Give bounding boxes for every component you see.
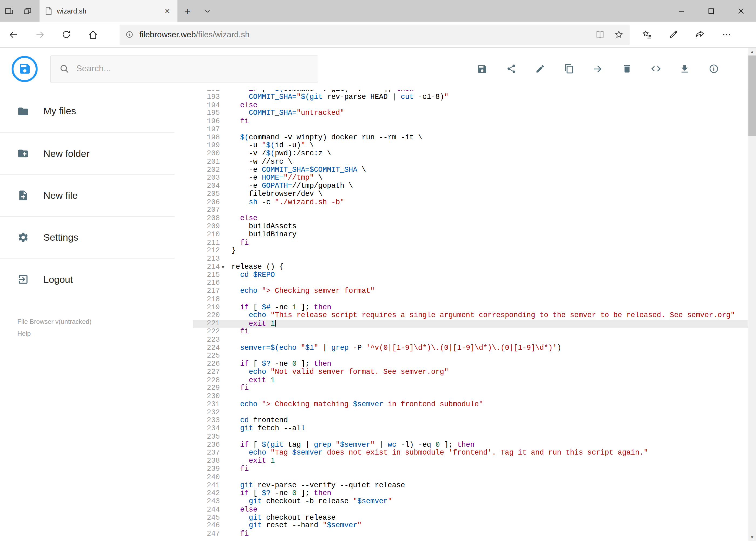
code-text[interactable]: fi [231, 530, 748, 538]
site-info-icon[interactable] [125, 31, 133, 39]
new-tab-button[interactable]: + [177, 0, 197, 22]
code-line[interactable]: 215 cd $REPO [193, 271, 748, 279]
code-line[interactable]: 242 if [ $? -ne 0 ]; then [193, 490, 748, 498]
rename-button[interactable] [526, 64, 554, 74]
code-line[interactable]: 200 -v /$(pwd):/src:z \ [193, 150, 748, 158]
home-button[interactable] [80, 29, 106, 40]
raw-code-button[interactable] [641, 63, 670, 74]
code-line[interactable]: 244 else [193, 506, 748, 514]
code-line[interactable]: 219 if [ $# -ne 1 ]; then [193, 304, 748, 312]
code-text[interactable] [231, 279, 748, 287]
favorite-star-icon[interactable] [614, 29, 624, 40]
code-text[interactable]: } [231, 247, 748, 255]
code-line[interactable]: 198 $(command -v winpty) docker run --rm… [193, 134, 748, 142]
tab-wizard-sh[interactable]: wizard.sh ✕ [39, 0, 177, 22]
code-text[interactable]: git checkout -b release "$semver" [231, 498, 748, 506]
code-text[interactable]: semver=$(echo "$1" | grep -P '^v(0|[1-9]… [231, 344, 748, 352]
code-line[interactable]: 227 echo "Not valid semver format. See s… [193, 368, 748, 376]
code-line[interactable]: 226 if [ $? -ne 0 ]; then [193, 360, 748, 368]
code-line[interactable]: 210 buildBinary [193, 231, 748, 239]
code-line[interactable]: 240 [193, 474, 748, 482]
code-line[interactable]: 216 [193, 279, 748, 287]
code-text[interactable]: else [231, 102, 748, 110]
code-text[interactable]: echo "Tag $semver does not exist in subm… [231, 449, 748, 457]
code-line[interactable]: 239 fi [193, 466, 748, 474]
code-text[interactable]: release () { [231, 264, 748, 271]
code-text[interactable]: -e GOPATH=//tmp/gopath \ [231, 183, 748, 191]
code-line[interactable]: 241 git rev-parse --verify --quiet relea… [193, 482, 748, 490]
code-line[interactable]: 217 echo "> Checking semver format" [193, 287, 748, 296]
code-line[interactable]: 220 echo "This release script requires a… [193, 312, 748, 320]
code-line[interactable]: 235 [193, 433, 748, 441]
code-line[interactable]: 209 buildAssets [193, 223, 748, 231]
code-text[interactable]: fi [231, 328, 748, 336]
delete-button[interactable] [613, 64, 641, 74]
sidebar-item-new-folder[interactable]: New folder [0, 132, 175, 174]
code-line[interactable]: 204 -e GOPATH=//tmp/gopath \ [193, 183, 748, 191]
save-button[interactable] [468, 64, 497, 74]
code-text[interactable] [231, 126, 748, 134]
code-line[interactable]: 236 if [ $(git tag | grep "$semver" | wc… [193, 441, 748, 449]
scroll-up-arrow-icon[interactable]: ▲ [748, 48, 756, 56]
code-line[interactable]: 247 fi [193, 530, 748, 538]
web-note-button[interactable] [660, 29, 687, 40]
code-line[interactable]: 230 [193, 393, 748, 401]
code-text[interactable]: cd $REPO [231, 271, 748, 279]
code-text[interactable]: fi [231, 466, 748, 474]
code-line[interactable]: 223 [193, 336, 748, 344]
download-button[interactable] [670, 64, 699, 74]
fold-marker-icon[interactable]: ▾ [220, 264, 232, 271]
code-line[interactable]: 233 cd frontend [193, 417, 748, 425]
code-text[interactable] [231, 255, 748, 264]
minimize-button[interactable] [666, 0, 696, 22]
code-text[interactable]: -u "$(id -u)" \ [231, 142, 748, 150]
code-line[interactable]: 232 [193, 409, 748, 417]
share-file-button[interactable] [497, 64, 526, 74]
code-text[interactable]: buildAssets [231, 223, 748, 231]
code-text[interactable]: fi [231, 239, 748, 247]
code-text[interactable]: -w //src \ [231, 158, 748, 166]
code-text[interactable]: git reset --hard "$semver" [231, 522, 748, 530]
code-line[interactable]: 194 else [193, 102, 748, 110]
copy-button[interactable] [554, 64, 583, 74]
code-text[interactable]: else [231, 506, 748, 514]
code-line[interactable]: 195 COMMIT_SHA="untracked" [193, 110, 748, 118]
code-text[interactable]: if [ $# -ne 1 ]; then [231, 304, 748, 312]
code-text[interactable]: -v /$(pwd):/src:z \ [231, 150, 748, 158]
code-text[interactable]: if [ $? -ne 0 ]; then [231, 490, 748, 498]
code-text[interactable]: COMMIT_SHA="untracked" [231, 110, 748, 118]
code-line[interactable]: 202 -e COMMIT_SHA=$COMMIT_SHA \ [193, 166, 748, 175]
code-text[interactable]: exit 1 [231, 320, 748, 328]
code-line[interactable]: 222 fi [193, 328, 748, 336]
code-line[interactable]: 237 echo "Tag $semver does not exist in … [193, 449, 748, 457]
code-text[interactable]: -e HOME="//tmp" \ [231, 175, 748, 183]
code-text[interactable]: git checkout release [231, 514, 748, 522]
code-line[interactable]: 205 filebrowser/dev \ [193, 191, 748, 199]
code-text[interactable]: $(command -v winpty) docker run --rm -it… [231, 134, 748, 142]
code-text[interactable] [231, 409, 748, 417]
share-button[interactable] [687, 29, 713, 40]
code-line[interactable]: 201 -w //src \ [193, 158, 748, 166]
sidebar-item-settings[interactable]: Settings [0, 216, 175, 258]
maximize-button[interactable] [696, 0, 726, 22]
move-button[interactable] [583, 64, 612, 74]
code-text[interactable] [231, 352, 748, 360]
code-line[interactable]: 211 fi [193, 239, 748, 247]
code-text[interactable]: if [ $(git tag | grep "$semver" | wc -l)… [231, 441, 748, 449]
address-bar[interactable]: filebrowser.web/files/wizard.sh [120, 24, 630, 45]
code-line[interactable]: 224 semver=$(echo "$1" | grep -P '^v(0|[… [193, 344, 748, 352]
code-text[interactable] [231, 207, 748, 215]
code-text[interactable]: exit 1 [231, 457, 748, 466]
code-line[interactable]: 238 exit 1 [193, 457, 748, 466]
code-line[interactable]: 225 [193, 352, 748, 360]
code-line[interactable]: 197 [193, 126, 748, 134]
search-input[interactable]: Search... [50, 55, 318, 82]
info-button[interactable] [699, 64, 728, 74]
code-text[interactable] [231, 474, 748, 482]
code-line[interactable]: 212} [193, 247, 748, 255]
code-text[interactable]: fi [231, 385, 748, 393]
code-text[interactable] [231, 336, 748, 344]
code-text[interactable]: sh -c "./wizard.sh -b" [231, 199, 748, 207]
code-text[interactable]: buildBinary [231, 231, 748, 239]
code-text[interactable]: echo "Not valid semver format. See semve… [231, 368, 748, 376]
